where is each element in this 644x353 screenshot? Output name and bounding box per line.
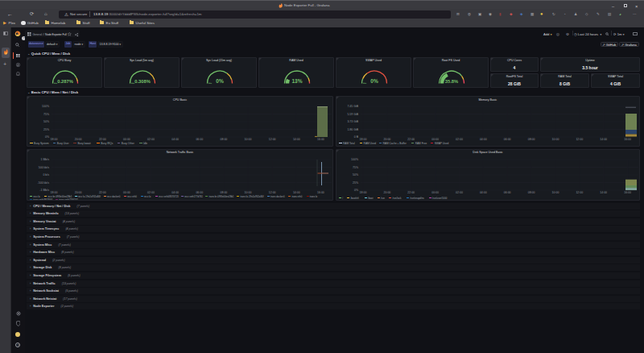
svg-text:50%: 50%	[353, 173, 358, 176]
svg-text:10:00: 10:00	[552, 138, 559, 141]
svg-text:75%: 75%	[43, 113, 49, 116]
svg-text:14:00: 14:00	[600, 138, 607, 141]
svg-text:18:00: 18:00	[360, 190, 367, 193]
svg-text:14:00: 14:00	[293, 190, 300, 193]
svg-text:16:00: 16:00	[624, 138, 631, 141]
svg-text:20:00: 20:00	[75, 190, 82, 193]
svg-text:18:00: 18:00	[51, 138, 58, 141]
svg-text:08:00: 08:00	[221, 138, 228, 141]
svg-text:-1 Mb/s: -1 Mb/s	[39, 189, 49, 192]
svg-text:0%: 0%	[354, 189, 358, 192]
svg-text:12:00: 12:00	[576, 138, 583, 141]
svg-text:20:00: 20:00	[75, 138, 82, 141]
svg-text:1.86 GiB: 1.86 GiB	[347, 128, 358, 131]
svg-text:22:00: 22:00	[99, 138, 106, 141]
svg-text:00:00: 00:00	[123, 190, 130, 193]
svg-text:00:00: 00:00	[431, 190, 439, 193]
svg-text:00:00: 00:00	[431, 138, 439, 141]
svg-text:3.73 GiB: 3.73 GiB	[347, 120, 358, 123]
svg-text:5.59 GiB: 5.59 GiB	[347, 113, 358, 116]
svg-text:02:00: 02:00	[147, 190, 155, 193]
svg-text:08:00: 08:00	[221, 190, 228, 193]
svg-text:06:00: 06:00	[504, 138, 511, 141]
svg-text:14:00: 14:00	[600, 190, 607, 193]
svg-text:0 b/s: 0 b/s	[43, 173, 49, 176]
svg-text:7.45 GiB: 7.45 GiB	[347, 105, 358, 108]
svg-text:08:00: 08:00	[528, 138, 535, 141]
svg-text:10:00: 10:00	[552, 190, 559, 193]
svg-text:06:00: 06:00	[504, 190, 511, 193]
svg-text:02:00: 02:00	[147, 138, 155, 141]
svg-text:100%: 100%	[351, 158, 358, 161]
svg-text:0%: 0%	[45, 135, 49, 139]
svg-text:25%: 25%	[353, 181, 358, 184]
svg-text:14:00: 14:00	[293, 138, 300, 141]
svg-text:04:00: 04:00	[171, 138, 179, 141]
svg-text:75%: 75%	[353, 165, 358, 168]
svg-text:10:00: 10:00	[245, 190, 252, 193]
svg-text:500 kb/s: 500 kb/s	[39, 165, 49, 168]
svg-text:12:00: 12:00	[576, 190, 583, 193]
svg-text:20:00: 20:00	[384, 190, 391, 193]
svg-text:04:00: 04:00	[171, 190, 179, 193]
svg-text:100%: 100%	[42, 105, 49, 108]
svg-text:06:00: 06:00	[196, 138, 203, 141]
svg-text:1 Mb/s: 1 Mb/s	[40, 158, 49, 161]
svg-text:16:00: 16:00	[317, 190, 324, 193]
svg-text:08:00: 08:00	[528, 190, 535, 193]
svg-text:22:00: 22:00	[99, 190, 106, 193]
svg-text:16:00: 16:00	[624, 190, 631, 193]
svg-text:02:00: 02:00	[456, 190, 463, 193]
svg-text:10:00: 10:00	[245, 138, 252, 141]
svg-text:0 B: 0 B	[354, 135, 359, 139]
svg-text:50%: 50%	[43, 120, 49, 123]
svg-text:02:00: 02:00	[456, 138, 463, 141]
svg-text:12:00: 12:00	[269, 190, 276, 193]
svg-text:-500 kb/s: -500 kb/s	[38, 181, 50, 184]
svg-text:12:00: 12:00	[269, 138, 276, 141]
svg-text:04:00: 04:00	[480, 138, 487, 141]
svg-text:25%: 25%	[43, 128, 49, 131]
svg-text:22:00: 22:00	[407, 138, 415, 141]
svg-text:18:00: 18:00	[51, 190, 58, 193]
svg-text:22:00: 22:00	[407, 190, 415, 193]
svg-text:20:00: 20:00	[384, 138, 391, 141]
svg-text:04:00: 04:00	[480, 190, 487, 193]
svg-text:06:00: 06:00	[196, 190, 203, 193]
svg-text:16:00: 16:00	[317, 138, 324, 141]
svg-text:18:00: 18:00	[360, 138, 367, 141]
svg-text:00:00: 00:00	[123, 138, 130, 141]
